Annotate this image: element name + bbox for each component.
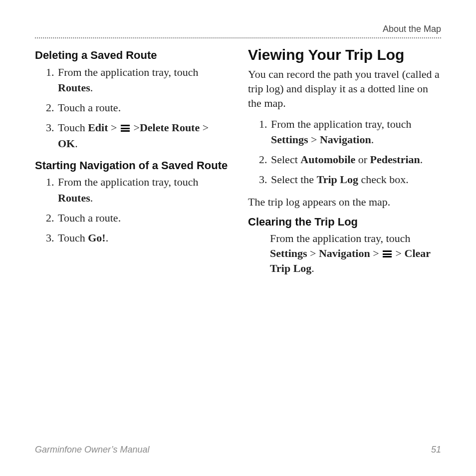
- steps-trip-log: From the application tray, touch Setting…: [248, 116, 441, 188]
- heading-viewing-trip-log: Viewing Your Trip Log: [248, 46, 441, 64]
- step: From the application tray, touch Routes.: [57, 174, 228, 206]
- text: Select the: [271, 173, 317, 186]
- text: >: [308, 133, 320, 146]
- text: From the application tray, touch: [58, 66, 198, 78]
- step: Select Automobile or Pedestrian.: [270, 152, 441, 168]
- text: .: [75, 137, 78, 150]
- content-columns: Deleting a Saved Route From the applicat…: [35, 46, 441, 282]
- bold-routes: Routes: [58, 81, 90, 94]
- text: >: [108, 121, 120, 134]
- intro-text: You can record the path you travel (call…: [248, 67, 441, 110]
- heading-deleting-route: Deleting a Saved Route: [35, 48, 228, 62]
- bold-edit: Edit: [88, 121, 108, 134]
- text: >: [131, 121, 140, 134]
- text: >: [370, 247, 382, 259]
- steps-start-navigation: From the application tray, touch Routes.…: [35, 174, 228, 246]
- text: .: [90, 192, 93, 204]
- text: check box.: [358, 173, 409, 186]
- text: .: [311, 262, 314, 274]
- menu-icon: [121, 125, 130, 132]
- step: Touch Edit > >Delete Route > OK.: [57, 120, 228, 152]
- result-text: The trip log appears on the map.: [248, 195, 441, 209]
- header-rule: [35, 37, 441, 38]
- menu-icon: [383, 250, 392, 257]
- running-head: About the Map: [35, 24, 441, 37]
- bold-settings: Settings: [271, 133, 308, 146]
- text: Select: [271, 153, 300, 166]
- manual-page: About the Map Deleting a Saved Route Fro…: [0, 0, 476, 476]
- text: or: [355, 153, 370, 166]
- bold-delete-route: Delete Route: [140, 121, 200, 134]
- right-column: Viewing Your Trip Log You can record the…: [248, 46, 441, 282]
- step: Touch a route.: [57, 100, 228, 116]
- text: Touch: [58, 121, 88, 134]
- text: >: [307, 247, 319, 259]
- text: Touch: [58, 232, 88, 244]
- step: Touch Go!.: [57, 230, 228, 246]
- bold-navigation: Navigation: [319, 247, 370, 259]
- steps-deleting-route: From the application tray, touch Routes.…: [35, 64, 228, 152]
- text: .: [371, 133, 374, 146]
- bold-trip-log: Trip Log: [317, 173, 358, 186]
- text: >: [393, 247, 404, 259]
- clearing-instruction: From the application tray, touch Setting…: [270, 231, 441, 276]
- text: >: [200, 121, 209, 134]
- page-footer: Garminfone Owner’s Manual 51: [35, 445, 441, 455]
- step: From the application tray, touch Routes.: [57, 64, 228, 96]
- text: .: [106, 232, 109, 244]
- step: Touch a route.: [57, 210, 228, 226]
- text: From the application tray, touch: [271, 118, 411, 130]
- heading-start-navigation: Starting Navigation of a Saved Route: [35, 159, 228, 173]
- footer-title: Garminfone Owner’s Manual: [35, 445, 149, 455]
- heading-clearing-trip-log: Clearing the Trip Log: [248, 215, 441, 229]
- bold-automobile: Automobile: [300, 153, 355, 166]
- bold-settings: Settings: [270, 247, 307, 259]
- text: From the application tray, touch: [58, 176, 198, 188]
- bold-go: Go!: [88, 232, 105, 244]
- bold-ok: OK: [58, 137, 75, 150]
- text: .: [420, 153, 423, 166]
- text: .: [90, 81, 93, 94]
- bold-pedestrian: Pedestrian: [370, 153, 420, 166]
- page-number: 51: [431, 445, 441, 455]
- step: Select the Trip Log check box.: [270, 172, 441, 188]
- left-column: Deleting a Saved Route From the applicat…: [35, 46, 228, 282]
- step: From the application tray, touch Setting…: [270, 116, 441, 148]
- bold-routes: Routes: [58, 192, 90, 204]
- bold-navigation: Navigation: [320, 133, 371, 146]
- text: From the application tray, touch: [270, 232, 410, 244]
